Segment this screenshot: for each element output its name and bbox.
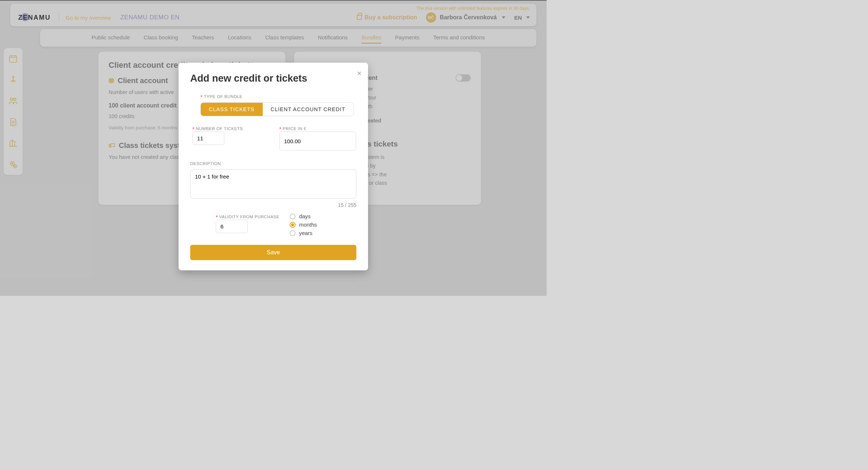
modal-title: Add new credit or tickets [190, 73, 356, 84]
validity-input[interactable] [216, 220, 248, 233]
add-bundle-modal: × Add new credit or tickets *TYPE OF BUN… [179, 63, 368, 270]
radio-icon [290, 222, 296, 228]
logo[interactable]: ZENAMU [17, 13, 52, 22]
type-label: TYPE OF BUNDLE [204, 94, 242, 99]
validity-row: *VALIDITY FROM PURCHASE days months year… [216, 213, 356, 236]
segment-client-credit[interactable]: CLIENT ACCOUNT CREDIT [263, 103, 353, 116]
price-field: *PRICE IN € EUR (€) [279, 125, 356, 150]
number-of-tickets-field: *NUMBER OF TICKETS [192, 125, 243, 150]
tickets-price-row: *NUMBER OF TICKETS *PRICE IN € EUR (€) [192, 125, 356, 150]
close-icon: × [357, 69, 361, 77]
number-of-tickets-input[interactable] [192, 132, 224, 145]
radio-days[interactable]: days [290, 213, 317, 219]
price-label: PRICE IN € [283, 126, 306, 131]
radio-icon [290, 214, 296, 219]
validity-unit-radios: days months years [290, 213, 317, 236]
logo-text: ZENAMU [18, 14, 51, 21]
type-of-bundle-field: *TYPE OF BUNDLE CLASS TICKETS CLIENT ACC… [200, 93, 356, 116]
close-button[interactable]: × [357, 69, 361, 78]
segment-class-tickets[interactable]: CLASS TICKETS [201, 103, 263, 116]
radio-icon [290, 230, 296, 236]
validity-label: VALIDITY FROM PURCHASE [219, 215, 279, 219]
validity-field: *VALIDITY FROM PURCHASE [216, 213, 279, 233]
bundle-type-segmented: CLASS TICKETS CLIENT ACCOUNT CREDIT [200, 102, 354, 116]
radio-months[interactable]: months [290, 222, 317, 228]
num-tickets-label: NUMBER OF TICKETS [196, 126, 243, 131]
description-input[interactable] [190, 169, 356, 199]
price-input[interactable] [280, 132, 356, 150]
char-count: 15 / 255 [190, 202, 356, 208]
description-field: DESCRIPTION 15 / 255 [190, 160, 356, 208]
save-button[interactable]: Save [190, 245, 356, 260]
radio-years[interactable]: years [290, 230, 317, 236]
description-label: DESCRIPTION [190, 161, 221, 166]
